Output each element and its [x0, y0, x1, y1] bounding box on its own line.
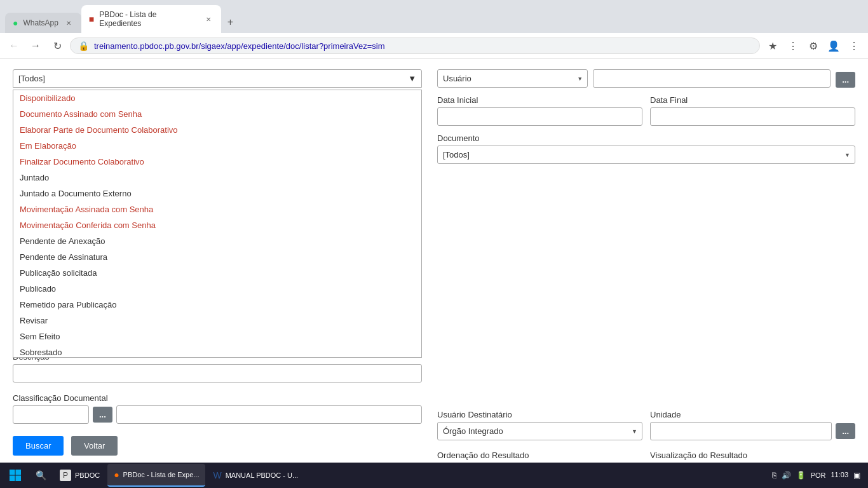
data-inicial-label: Data Inicial [437, 95, 642, 105]
classificacao-browse-button[interactable]: ... [93, 407, 112, 423]
classificacao-input-code[interactable] [13, 405, 89, 424]
unidade-input[interactable] [650, 422, 832, 440]
refresh-button[interactable]: ↻ [48, 37, 66, 55]
nav-bar: ← → ↻ 🔒 treinamento.pbdoc.pb.gov.br/siga… [0, 33, 868, 59]
page-content: [Todos] ▼ Disponibilizado Documento Assi… [0, 59, 868, 488]
status-option-em-elaboracao[interactable]: Em Elaboração [13, 138, 421, 154]
extensions-button[interactable]: ⚙ [804, 37, 822, 55]
profile-button[interactable]: 👤 [825, 37, 843, 55]
back-button[interactable]: ← [5, 37, 23, 55]
tab-pbdoc[interactable]: ■ PBDoc - Lista de Expedientes ✕ [81, 5, 221, 33]
status-dropdown-list: Disponibilizado Documento Assinado com S… [13, 90, 421, 357]
btn-row: Buscar Voltar [13, 436, 118, 456]
taskbar-search[interactable]: 🔍 [29, 464, 52, 487]
status-option-elaborar-parte[interactable]: Elaborar Parte de Documento Colaborativo [13, 122, 421, 138]
status-option-juntado[interactable]: Juntado [13, 170, 421, 186]
usuario-section: Usuário ... [437, 69, 855, 88]
data-final-group: Data Final [650, 95, 855, 126]
documento-select-wrap: [Todos] [437, 146, 855, 164]
unidade-browse-button[interactable]: ... [836, 423, 855, 439]
data-inicial-group: Data Inicial [437, 95, 642, 126]
buscar-button[interactable]: Buscar [13, 436, 64, 456]
voltar-button[interactable]: Voltar [71, 436, 118, 456]
destinatario-label: Usuário Destinatário [437, 410, 642, 419]
status-option-revisar[interactable]: Revisar [13, 313, 421, 329]
whatsapp-icon: ● [13, 18, 18, 28]
bookmark-star-button[interactable]: ★ [764, 37, 782, 55]
status-option-remetido-publicacao[interactable]: Remetido para Publicação [13, 297, 421, 313]
destinatario-section: Usuário Destinatário Órgão Integrado Uni… [437, 410, 855, 440]
forward-button[interactable]: → [27, 37, 44, 55]
documento-group: Documento [Todos] [437, 133, 855, 164]
language-display: POR [811, 471, 826, 479]
documento-select[interactable]: [Todos] [437, 146, 855, 164]
status-dropdown-list-container: Disponibilizado Documento Assinado com S… [13, 90, 422, 358]
usuario-select-wrapper: Usuário [437, 69, 588, 88]
destinatario-select[interactable]: Órgão Integrado [437, 422, 642, 440]
classificacao-input-desc[interactable] [116, 405, 422, 424]
data-final-label: Data Final [650, 95, 855, 105]
firefox-icon: ● [114, 470, 119, 480]
svg-rect-3 [16, 476, 22, 482]
browser-chrome: ● WhatsApp ✕ ■ PBDoc - Lista de Expedien… [0, 0, 868, 59]
start-button[interactable] [3, 464, 28, 487]
taskbar-browser-label: PBDoc - Lista de Expe... [123, 471, 200, 478]
tab-whatsapp-label: WhatsApp [23, 18, 58, 27]
taskbar-word-label: MANUAL PBDOC - U... [226, 471, 299, 479]
tab-whatsapp[interactable]: ● WhatsApp ✕ [5, 13, 81, 33]
taskbar-word-app[interactable]: W MANUAL PBDOC - U... [207, 464, 304, 487]
taskbar: 🔍 P PBDOC ● PBDoc - Lista de Expe... W M… [0, 463, 868, 488]
dropdown-arrow-icon: ▼ [408, 74, 416, 83]
data-final-input[interactable] [650, 107, 855, 126]
status-dropdown-display[interactable]: [Todos] ▼ [13, 69, 422, 88]
status-option-pendente-anexacao[interactable]: Pendente de Anexação [13, 233, 421, 249]
close-tab-whatsapp[interactable]: ✕ [64, 18, 74, 28]
notification-icon: ▣ [853, 471, 860, 480]
visualizacao-label: Visualização do Resultado [650, 451, 855, 460]
status-option-movimentacao-conferida[interactable]: Movimentação Conferida com Senha [13, 217, 421, 233]
status-option-pendente-assinatura[interactable]: Pendente de Assinatura [13, 249, 421, 265]
svg-rect-1 [16, 470, 22, 475]
status-option-assinado-senha[interactable]: Documento Assinado com Senha [13, 106, 421, 122]
left-column: [Todos] ▼ Disponibilizado Documento Assi… [13, 69, 432, 481]
browser-menu-button[interactable]: ⋮ [784, 37, 802, 55]
status-option-disponibilizado[interactable]: Disponibilizado [13, 90, 421, 106]
address-bar[interactable]: 🔒 treinamento.pbdoc.pb.gov.br/sigaex/app… [70, 37, 760, 54]
usuario-select-wrap: Usuário [437, 69, 588, 88]
status-option-movimentacao-senha[interactable]: Movimentação Assinada com Senha [13, 201, 421, 217]
address-text: treinamento.pbdoc.pb.gov.br/sigaex/app/e… [94, 41, 752, 51]
destinatario-select-wrap: Órgão Integrado [437, 422, 642, 440]
new-tab-button[interactable]: + [221, 13, 240, 32]
unidade-col: Unidade ... [650, 410, 855, 440]
data-inicial-input[interactable] [437, 107, 642, 126]
usuario-select[interactable]: Usuário [437, 69, 588, 88]
classificacao-label: Classificação Documental [13, 393, 422, 403]
more-options-button[interactable]: ⋮ [845, 37, 863, 55]
status-option-publicacao-solicitada[interactable]: Publicação solicitada [13, 265, 421, 281]
documento-label: Documento [437, 133, 855, 143]
descricao-input[interactable] [13, 364, 422, 383]
usuario-browse-button[interactable]: ... [836, 72, 855, 88]
lock-icon: 🔒 [78, 41, 89, 51]
taskbar-pbdoc-label: PBDOC [75, 471, 100, 479]
ordenacao-label: Ordenação do Resultado [437, 451, 642, 460]
status-option-juntado-externo[interactable]: Juntado a Documento Externo [13, 186, 421, 201]
tab-bar: ● WhatsApp ✕ ■ PBDoc - Lista de Expedien… [0, 0, 868, 33]
sound-icon: 🔊 [782, 471, 791, 480]
taskbar-pbdoc-app[interactable]: P PBDOC [53, 464, 106, 487]
status-selected-value: [Todos] [18, 74, 45, 83]
search-icon: 🔍 [36, 470, 46, 480]
status-option-sem-efeito[interactable]: Sem Efeito [13, 329, 421, 344]
status-option-sobrestado[interactable]: Sobrestado [13, 344, 421, 357]
svg-rect-2 [10, 476, 15, 482]
classificacao-section: Classificação Documental ... [13, 393, 422, 424]
status-option-publicado[interactable]: Publicado [13, 281, 421, 297]
usuario-input[interactable] [593, 69, 831, 88]
taskbar-time: 11:03 [831, 470, 848, 480]
status-dropdown-wrapper: [Todos] ▼ Disponibilizado Documento Assi… [13, 69, 422, 88]
taskbar-browser-app[interactable]: ● PBDoc - Lista de Expe... [107, 464, 205, 487]
close-tab-pbdoc[interactable]: ✕ [203, 14, 214, 24]
status-option-finalizar-colaborativo[interactable]: Finalizar Documento Colaborativo [13, 154, 421, 170]
pbdoc-tab-icon: ■ [89, 14, 94, 24]
time-display: 11:03 [831, 470, 848, 480]
